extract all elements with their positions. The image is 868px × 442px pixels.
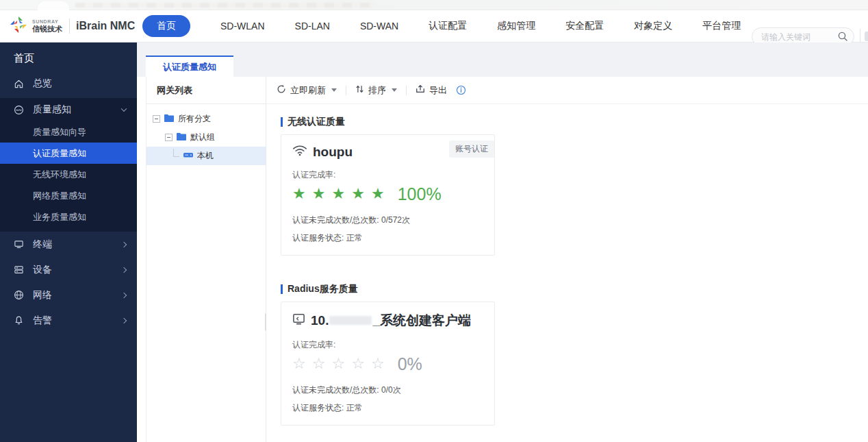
radius-service-card[interactable]: 10._系统创建客户端 认证完成率: ☆ ☆ ☆ ☆ ☆ 0% 认证未完成次数/… — [281, 302, 495, 426]
home-icon — [14, 79, 24, 89]
star-icon: ★ — [292, 186, 306, 201]
sidebar-item-device[interactable]: 设备 — [0, 257, 137, 282]
toolbar: 立即刷新 排序 — [266, 77, 868, 104]
wireless-auth-card[interactable]: houpu 账号认证 认证完成率: ★ ★ ★ ★ ★ 100% 认证未完成次数… — [281, 134, 495, 256]
top-header: SUNDRAY 信锐技术 iBrain NMC 首页 SD-WLAN SD-LA… — [0, 10, 868, 42]
refresh-label: 立即刷新 — [290, 84, 326, 97]
export-label: 导出 — [429, 84, 447, 97]
browser-tab-fragment — [38, 1, 69, 10]
section-accent-bar — [281, 284, 283, 294]
nav-sd-wlan[interactable]: SD-WLAN — [220, 21, 265, 32]
gateway-tree: 所有分支 默认组 — [146, 104, 266, 165]
tree-node-label: 默认组 — [190, 132, 215, 143]
brand: SUNDRAY 信锐技术 iBrain NMC — [0, 16, 137, 36]
section-accent-bar — [281, 117, 283, 127]
sidebar-item-network[interactable]: 网络 — [0, 282, 137, 308]
caret-down-icon — [392, 88, 397, 92]
redacted-ip-segment — [329, 316, 372, 325]
sidebar: 首页 总览 质量感知 质量感知向导 认证质量感知 — [0, 42, 137, 442]
chevron-down-icon — [121, 106, 127, 112]
rate-label: 认证完成率: — [292, 339, 483, 351]
sidebar-item-label: 总览 — [33, 77, 52, 90]
tree-node-all-branches[interactable]: 所有分支 — [146, 110, 266, 128]
status-row: 认证服务状态: 正常 — [292, 402, 483, 414]
star-icon: ★ — [371, 186, 385, 201]
fail-count-row: 认证未完成次数/总次数: 0/572次 — [292, 214, 483, 226]
toolbar-divider — [406, 86, 407, 95]
card-title: 10._系统创建客户端 — [292, 312, 483, 330]
nav-sd-wan[interactable]: SD-WAN — [360, 21, 398, 32]
section-title-text: 无线认证质量 — [288, 116, 345, 128]
sundray-logo-icon — [10, 16, 27, 36]
star-icon: ★ — [351, 186, 365, 201]
sidebar-item-overview[interactable]: 总览 — [0, 72, 137, 95]
auth-type-badge: 账号认证 — [449, 140, 494, 158]
sidebar-item-label: 设备 — [33, 264, 52, 276]
star-empty-icon: ☆ — [292, 356, 306, 371]
status-value: 正常 — [346, 233, 363, 243]
sidebar-item-service-quality[interactable]: 业务质量感知 — [0, 206, 137, 228]
star-empty-icon: ☆ — [331, 356, 345, 371]
star-rating: ★ ★ ★ ★ ★ 100% — [292, 184, 483, 204]
section-title-text: Radius服务质量 — [288, 283, 358, 295]
tree-node-label: 所有分支 — [178, 113, 211, 125]
client-name: 10._系统创建客户端 — [311, 312, 471, 330]
folder-icon — [176, 132, 187, 143]
wifi-icon — [292, 145, 307, 160]
nav-home[interactable]: 首页 — [142, 15, 190, 37]
gateway-panel-title: 网关列表 — [146, 77, 266, 104]
section-title-radius: Radius服务质量 — [281, 283, 868, 295]
main-area: 认证质量感知 网关列表 所有分支 默认组 — [137, 42, 868, 442]
star-empty-icon: ☆ — [312, 356, 326, 371]
browser-chrome-strip — [0, 0, 868, 10]
terminal-icon — [14, 239, 24, 249]
device-icon — [14, 265, 24, 275]
nav-perception-mgmt[interactable]: 感知管理 — [497, 20, 535, 32]
collapse-icon[interactable] — [153, 115, 160, 123]
sidebar-item-label: 告警 — [33, 315, 52, 327]
sidebar-item-label: 终端 — [33, 238, 52, 251]
nav-platform-mgmt[interactable]: 平台管理 — [702, 20, 741, 32]
sidebar-item-auth-quality[interactable]: 认证质量感知 — [0, 143, 137, 164]
rate-label: 认证完成率: — [292, 169, 483, 181]
nav-auth-config[interactable]: 认证配置 — [429, 20, 467, 32]
fail-count-value: 0/0次 — [381, 385, 401, 395]
gateway-panel: 网关列表 所有分支 默认组 — [146, 77, 266, 442]
refresh-icon — [277, 84, 286, 96]
tree-node-local-device[interactable]: 本机 — [146, 147, 266, 165]
sort-button[interactable]: 排序 — [355, 84, 397, 97]
fail-count-value: 0/572次 — [381, 215, 410, 225]
info-icon[interactable] — [456, 85, 466, 95]
sidebar-item-quality-perception[interactable]: 质量感知 — [0, 98, 137, 121]
status-row: 认证服务状态: 正常 — [292, 232, 483, 244]
rate-percentage: 100% — [398, 184, 442, 204]
sidebar-item-network-quality[interactable]: 网络质量感知 — [0, 185, 137, 206]
fail-count-label: 认证未完成次数/总次数: — [292, 385, 379, 395]
collapse-icon[interactable] — [165, 134, 173, 141]
fail-count-row: 认证未完成次数/总次数: 0/0次 — [292, 384, 483, 396]
sidebar-item-quality-wizard[interactable]: 质量感知向导 — [0, 121, 137, 143]
header-divider — [860, 29, 860, 44]
star-rating: ☆ ☆ ☆ ☆ ☆ 0% — [292, 354, 483, 374]
sidebar-item-terminal[interactable]: 终端 — [0, 232, 137, 257]
sort-label: 排序 — [368, 84, 386, 97]
sidebar-group-perception: 质量感知 质量感知向导 认证质量感知 无线环境感知 网络质量感知 业务质量感知 — [0, 98, 137, 232]
sidebar-item-wireless-env[interactable]: 无线环境感知 — [0, 164, 137, 185]
sidebar-item-alarm[interactable]: 告警 — [0, 308, 137, 333]
gateway-device-icon — [183, 151, 194, 161]
status-label: 认证服务状态: — [292, 403, 344, 413]
refresh-button[interactable]: 立即刷新 — [277, 84, 337, 97]
tab-auth-quality[interactable]: 认证质量感知 — [146, 56, 233, 77]
nav-object-define[interactable]: 对象定义 — [634, 20, 672, 32]
brand-divider — [69, 19, 70, 34]
export-button[interactable]: 导出 — [416, 84, 447, 97]
star-icon: ★ — [331, 186, 345, 201]
star-icon: ★ — [312, 186, 326, 201]
app-window: SUNDRAY 信锐技术 iBrain NMC 首页 SD-WLAN SD-LA… — [0, 0, 868, 442]
tree-node-default-group[interactable]: 默认组 — [146, 128, 266, 147]
nav-security-config[interactable]: 安全配置 — [565, 20, 604, 32]
brand-en: SUNDRAY — [32, 19, 62, 24]
brand-cn: 信锐技术 — [32, 25, 62, 33]
nav-sd-lan[interactable]: SD-LAN — [295, 21, 330, 32]
client-name-suffix: _系统创建客户端 — [372, 313, 471, 328]
